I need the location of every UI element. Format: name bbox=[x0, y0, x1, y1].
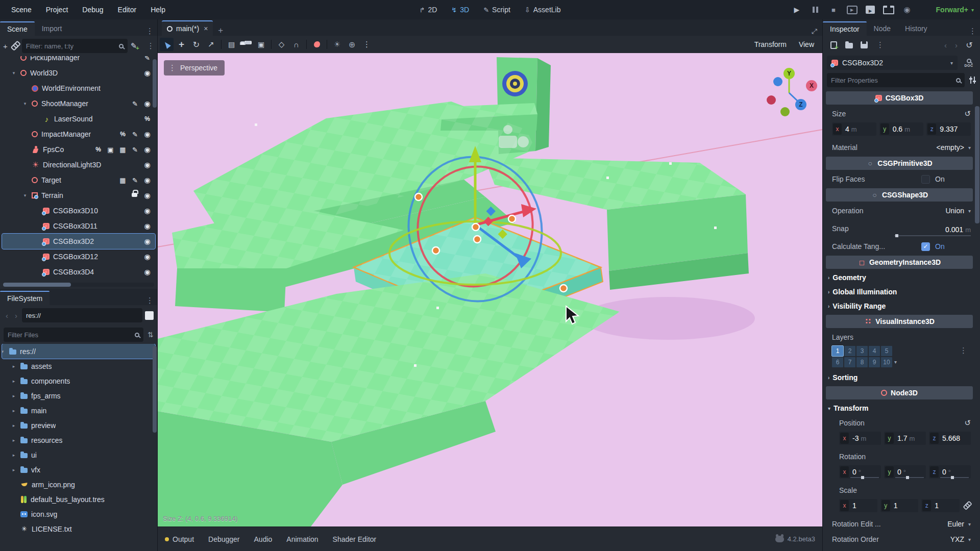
scene-tree-row[interactable]: WorldEnvironment bbox=[2, 81, 155, 96]
load-resource-button[interactable] bbox=[842, 38, 855, 52]
object-history-button[interactable] bbox=[963, 38, 976, 52]
dock-tab[interactable]: Inspector bbox=[823, 21, 867, 36]
bottom-panel-button[interactable]: Debugger bbox=[208, 535, 240, 543]
expander-icon[interactable]: ▾ bbox=[10, 70, 17, 76]
expander-icon[interactable]: ▸ bbox=[10, 379, 17, 384]
scene-tree-row[interactable]: CSGBox3D12 bbox=[2, 249, 155, 264]
viewport-tool-button[interactable] bbox=[225, 38, 238, 51]
layer-cell[interactable]: 4 bbox=[869, 346, 880, 356]
scale-z-field[interactable]: z1 bbox=[921, 499, 960, 512]
menu-item[interactable]: Editor bbox=[112, 4, 143, 16]
expander-icon[interactable]: ▾ bbox=[0, 349, 6, 354]
file-tree-row[interactable]: ▾ res:// bbox=[2, 344, 155, 359]
expander-icon[interactable]: ▸ bbox=[10, 467, 17, 472]
file-tree-row[interactable]: arm_icon.png bbox=[2, 477, 155, 492]
eye-icon[interactable] bbox=[143, 238, 151, 245]
axis-ball-neg-z[interactable] bbox=[773, 77, 782, 86]
layer-cell[interactable]: 7 bbox=[844, 357, 855, 367]
scene-tree-row[interactable]: CSGBox3D11 bbox=[2, 218, 155, 234]
toggle-split-mode-button[interactable] bbox=[145, 311, 154, 320]
attach-script-button[interactable] bbox=[131, 39, 140, 53]
scale-x-field[interactable]: x1 bbox=[839, 499, 877, 512]
scene-tree-row[interactable]: Target bbox=[2, 172, 155, 188]
dock-tab[interactable]: Import bbox=[35, 21, 69, 36]
scene-tree-row[interactable]: CSGBox3D2 bbox=[2, 234, 155, 249]
viewport-tool-button[interactable] bbox=[254, 38, 268, 51]
playback-button[interactable] bbox=[864, 4, 877, 16]
close-icon[interactable]: × bbox=[203, 24, 208, 33]
expander-icon[interactable]: ▾ bbox=[21, 101, 29, 106]
revert-icon[interactable]: ↺ bbox=[964, 418, 971, 428]
save-resource-button[interactable] bbox=[857, 38, 871, 52]
rotation-z-field[interactable]: z0° bbox=[929, 465, 971, 479]
viewport-tool-button[interactable] bbox=[175, 38, 188, 51]
file-tree-row[interactable]: ▸ fps_arms bbox=[2, 388, 155, 403]
flip-faces-checkbox[interactable] bbox=[921, 175, 930, 184]
add-scene-tab-button[interactable]: + bbox=[213, 26, 228, 36]
script-icon[interactable] bbox=[131, 100, 139, 108]
open-docs-button[interactable]: DOC bbox=[962, 59, 976, 67]
eye-icon[interactable] bbox=[143, 161, 151, 169]
file-tree-row[interactable]: ▸ resources bbox=[2, 433, 155, 447]
layer-cell[interactable]: 8 bbox=[856, 357, 868, 367]
script-icon[interactable] bbox=[131, 146, 139, 154]
viewport-tool-button[interactable] bbox=[275, 38, 288, 51]
viewport-tool-button[interactable] bbox=[189, 38, 203, 51]
viewport-tool-button[interactable] bbox=[360, 38, 374, 51]
history-forward-icon[interactable]: › bbox=[952, 41, 961, 49]
bottom-panel-button[interactable]: Shader Editor bbox=[333, 535, 377, 543]
node-selector[interactable]: CSGBox3D2 ▾ bbox=[827, 56, 958, 70]
scene-tree-row[interactable]: FpsCo bbox=[2, 142, 155, 157]
sort-files-icon[interactable] bbox=[148, 331, 154, 339]
scene-tab-main[interactable]: main(*) × bbox=[162, 20, 213, 36]
view-menu-dots-icon[interactable]: ⋮ bbox=[168, 63, 176, 72]
path-box[interactable] bbox=[22, 308, 142, 322]
nav-back-icon[interactable]: ‹ bbox=[4, 311, 10, 320]
file-tree-row[interactable]: ▸ ui bbox=[2, 447, 155, 462]
new-resource-button[interactable] bbox=[827, 38, 840, 52]
expander-icon[interactable]: ▸ bbox=[10, 364, 17, 369]
position-z-field[interactable]: z5.668 bbox=[929, 432, 971, 445]
layer-cell[interactable]: 1 bbox=[832, 346, 843, 356]
menu-item[interactable]: Debug bbox=[76, 4, 109, 16]
property-group[interactable]: › Visibility Range bbox=[825, 299, 974, 313]
menu-item[interactable]: Scene bbox=[5, 4, 38, 16]
file-tree-row[interactable]: ▸ main bbox=[2, 403, 155, 418]
property-group[interactable]: › Global Illumination bbox=[825, 285, 974, 299]
menu-item[interactable]: Help bbox=[144, 4, 172, 16]
dock-tab-filesystem[interactable]: FileSystem bbox=[0, 291, 50, 305]
workspace-button[interactable]: ⇩ AssetLib bbox=[520, 4, 566, 16]
scene-filter-input[interactable] bbox=[26, 42, 116, 50]
dock-tab[interactable]: History bbox=[898, 21, 935, 36]
layer-cell[interactable]: 9 bbox=[869, 357, 880, 367]
snap-slider-field[interactable]: 0.001m bbox=[894, 221, 971, 236]
script-icon[interactable] bbox=[131, 177, 139, 184]
viewport-tool-button[interactable] bbox=[310, 38, 324, 51]
operation-dropdown[interactable]: Union▾ bbox=[904, 207, 971, 215]
viewport-menu[interactable]: Transform bbox=[748, 38, 793, 51]
file-tree-row[interactable]: default_bus_layout.tres bbox=[2, 492, 155, 507]
eye-icon[interactable] bbox=[143, 146, 151, 154]
resource-extra-menu-icon[interactable]: ⋮ bbox=[873, 40, 888, 49]
expander-icon[interactable]: ▾ bbox=[21, 193, 29, 198]
file-tree-row[interactable]: ▸ assets bbox=[2, 359, 155, 373]
property-group-sorting[interactable]: › Sorting bbox=[825, 370, 974, 385]
bottom-panel-button[interactable]: Audio bbox=[254, 535, 273, 543]
rotation-x-field[interactable]: x0° bbox=[839, 465, 881, 479]
file-tree-row[interactable]: ▸ vfx bbox=[2, 462, 155, 477]
script-icon[interactable] bbox=[143, 56, 151, 62]
nav-forward-icon[interactable]: › bbox=[13, 311, 19, 320]
material-dropdown[interactable]: <empty>▾ bbox=[904, 143, 971, 152]
playback-button[interactable] bbox=[827, 4, 840, 16]
layers-menu-icon[interactable]: ⋮ bbox=[956, 346, 971, 355]
layer-cell[interactable]: 10 bbox=[881, 357, 892, 367]
filesystem-menu-icon[interactable]: ⋮ bbox=[142, 296, 157, 305]
rotation-order-dropdown[interactable]: YXZ▾ bbox=[904, 535, 971, 543]
workspace-button[interactable]: ↱ 2D bbox=[414, 4, 443, 16]
dock-menu-icon[interactable]: ⋮ bbox=[142, 27, 157, 36]
viewport-canvas[interactable]: Y X Z bbox=[158, 53, 822, 527]
viewport-menu[interactable]: View bbox=[793, 38, 820, 51]
property-filter-box[interactable] bbox=[827, 73, 965, 87]
add-node-button[interactable]: + bbox=[3, 39, 8, 53]
scene-tree-row[interactable]: LaserSound bbox=[2, 111, 155, 127]
